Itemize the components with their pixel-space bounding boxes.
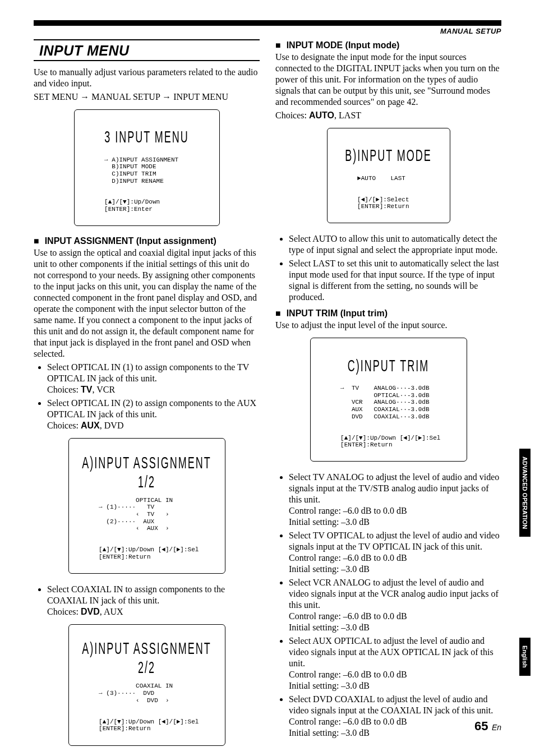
bullet-list: Select TV ANALOG to adjust the level of … (275, 472, 501, 739)
osd-nav: [◄]/[►]:Select (357, 196, 409, 203)
choices-line: Choices: AUTO, LAST (275, 110, 501, 121)
osd-title: 3 INPUT MENU (82, 125, 211, 151)
control-range: Control range: –6.0 dB to 0.0 dB (289, 717, 407, 726)
control-range: Control range: –6.0 dB to 0.0 dB (289, 670, 407, 679)
osd-line: ►AUTO LAST (357, 175, 405, 182)
osd-nav: [▲]/[▼]:Up/Down [◄]/[►]:Sel (99, 718, 199, 725)
list-text: Select OPTICAL IN (1) to assign componen… (47, 362, 249, 383)
page-number: 65 En (474, 719, 501, 734)
list-text: Select AUX OPTICAL to adjust the level o… (289, 636, 494, 668)
osd-line: → (3)····· DVD (99, 690, 154, 697)
bullet-list: Select AUTO to allow this unit to automa… (275, 233, 501, 303)
control-range: Control range: –6.0 dB to 0.0 dB (289, 506, 407, 515)
osd-line: OPTICAL··-3.0dB (340, 392, 429, 399)
osd-input-assignment-1: A)INPUT ASSIGNMENT 1/2 OPTICAL IN → (1)·… (68, 438, 225, 574)
osd-nav: [▲]/[▼]:Up/Down [◄]/[►]:Sel (99, 546, 199, 553)
osd-line: COAXIAL IN (99, 683, 173, 689)
osd-line: → (1)····· TV (99, 504, 154, 510)
control-range: Control range: –6.0 dB to 0.0 dB (289, 611, 407, 621)
osd-nav: [ENTER]:Enter (104, 206, 153, 213)
choice-bold: AUTO (309, 110, 334, 120)
section-title: INPUT MENU (34, 39, 260, 61)
osd-line: (2)····· AUX (99, 518, 154, 525)
list-text: Select TV OPTICAL to adjust the level of… (289, 531, 500, 551)
list-item: Select TV ANALOG to adjust the level of … (289, 472, 501, 528)
side-tabs: ADVANCED OPERATION English (519, 449, 535, 756)
list-item: Select AUTO to allow this unit to automa… (289, 233, 501, 256)
bullet-list: Select OPTICAL IN (1) to assign componen… (34, 362, 260, 431)
choices-label: Choices: (47, 385, 81, 394)
osd-nav: [▲]/[▼]:Up/Down [◄]/[►]:Sel (340, 435, 440, 441)
osd-line: C)INPUT TRIM (104, 170, 156, 177)
list-item: Select OPTICAL IN (2) to assign componen… (47, 398, 260, 431)
osd-title: C)INPUT TRIM (319, 353, 459, 379)
tab-advanced-operation: ADVANCED OPERATION (519, 449, 531, 537)
list-text: Select TV ANALOG to adjust the level of … (289, 472, 499, 504)
body-text: Use to adjust the input level of the inp… (275, 320, 501, 331)
list-item: Select LAST to set this unit to automati… (289, 258, 501, 303)
osd-input-trim: C)INPUT TRIM → TV ANALOG···-3.0dB OPTICA… (310, 338, 467, 462)
initial-setting: Initial setting: –3.0 dB (289, 728, 370, 737)
osd-title: B)INPUT MODE (335, 144, 442, 169)
choice-rest: , DVD (100, 421, 124, 430)
osd-input-assignment-2: A)INPUT ASSIGNMENT 2/2 COAXIAL IN → (3)·… (68, 624, 225, 745)
initial-setting: Initial setting: –3.0 dB (289, 623, 370, 632)
choice-rest: , AUX (100, 607, 123, 616)
osd-line: OPTICAL IN (99, 497, 173, 504)
content-area: INPUT MENU Use to manually adjust variou… (34, 39, 501, 706)
osd-input-mode: B)INPUT MODE ►AUTO LAST [◄]/[►]:Select [… (327, 128, 450, 223)
osd-line: → A)INPUT ASSIGNMENT (104, 156, 178, 163)
page-number-suffix: En (492, 723, 501, 732)
osd-line: VCR ANALOG···-3.0dB (340, 399, 429, 405)
header-section-label: MANUAL SETUP (440, 27, 501, 35)
bullet-list: Select COAXIAL IN to assign components t… (34, 584, 260, 617)
list-item: Select OPTICAL IN (1) to assign componen… (47, 362, 260, 395)
choices-label: Choices: (47, 421, 81, 430)
osd-line: B)INPUT MODE (104, 163, 156, 170)
choices-label: Choices: (275, 110, 309, 120)
choice-bold: DVD (81, 607, 100, 616)
section-title-text: INPUT MENU (39, 43, 130, 58)
tab-english: English (519, 638, 531, 676)
left-column: INPUT MENU Use to manually adjust variou… (34, 39, 260, 706)
osd-nav: [ENTER]:Return (99, 554, 150, 560)
initial-setting: Initial setting: –3.0 dB (289, 517, 370, 527)
osd-nav: [ENTER]:Return (357, 203, 409, 210)
header-rule (34, 20, 501, 26)
osd-line: ‹ AUX › (99, 525, 169, 532)
list-text: Select DVD COAXIAL to adjust the level o… (289, 694, 493, 715)
heading-input-assignment: INPUT ASSIGNMENT (Input assignment) (34, 236, 260, 246)
initial-setting: Initial setting: –3.0 dB (289, 681, 370, 690)
heading-input-mode: INPUT MODE (Input mode) (275, 40, 501, 50)
osd-line: DVD COAXIAL··-3.0dB (340, 413, 429, 420)
right-column: INPUT MODE (Input mode) Use to designate… (275, 39, 501, 706)
list-item: Select COAXIAL IN to assign components t… (47, 584, 260, 617)
choice-bold: TV (81, 385, 92, 394)
body-text: Use to assign the optical and coaxial di… (34, 247, 260, 359)
body-text: Use to designate the input mode for the … (275, 52, 501, 108)
choice-bold: AUX (81, 421, 100, 430)
list-text: Select COAXIAL IN to assign components t… (47, 584, 225, 605)
choice-rest: , LAST (334, 110, 361, 120)
list-item: Select VCR ANALOG to adjust the level of… (289, 577, 501, 633)
list-item: Select AUX OPTICAL to adjust the level o… (289, 635, 501, 692)
osd-line: ‹ DVD › (99, 697, 169, 704)
page-number-value: 65 (474, 719, 488, 733)
osd-nav: [ENTER]:Return (99, 725, 150, 732)
osd-title: A)INPUT ASSIGNMENT 1/2 (77, 450, 217, 495)
osd-line: → TV ANALOG···-3.0dB (340, 385, 429, 391)
osd-line: AUX COAXIAL··-3.0dB (340, 406, 429, 413)
osd-nav: [ENTER]:Return (340, 441, 392, 448)
intro-text: Use to manually adjust various parameter… (34, 67, 260, 89)
choices-label: Choices: (47, 607, 81, 616)
osd-input-menu: 3 INPUT MENU → A)INPUT ASSIGNMENT B)INPU… (74, 109, 220, 226)
menu-path: SET MENU → MANUAL SETUP → INPUT MENU (34, 91, 260, 103)
heading-input-trim: INPUT TRIM (Input trim) (275, 308, 501, 319)
initial-setting: Initial setting: –3.0 dB (289, 564, 370, 574)
osd-line: ‹ TV › (99, 511, 169, 518)
osd-nav: [▲]/[▼]:Up/Down (104, 199, 160, 205)
choice-rest: , VCR (92, 385, 115, 394)
list-item: Select DVD COAXIAL to adjust the level o… (289, 694, 501, 739)
list-text: Select VCR ANALOG to adjust the level of… (289, 578, 499, 610)
osd-title: A)INPUT ASSIGNMENT 2/2 (77, 637, 217, 681)
